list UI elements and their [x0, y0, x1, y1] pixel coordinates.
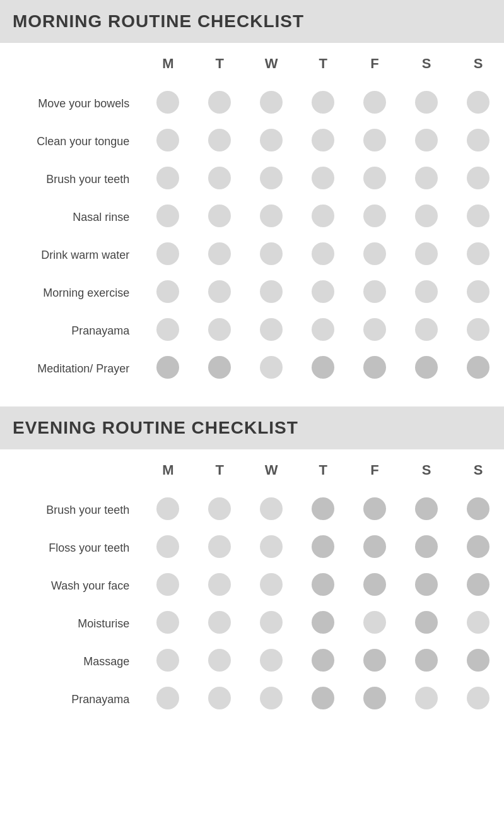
evening-cell-5-0[interactable] [142, 680, 194, 718]
circle-icon[interactable] [415, 242, 438, 265]
circle-icon[interactable] [156, 649, 179, 672]
circle-icon[interactable] [363, 318, 386, 341]
morning-cell-6-2[interactable] [245, 312, 297, 350]
circle-icon[interactable] [415, 497, 438, 520]
circle-icon[interactable] [312, 167, 334, 189]
evening-cell-3-3[interactable] [297, 605, 349, 643]
morning-cell-4-3[interactable] [297, 236, 349, 274]
circle-icon[interactable] [260, 91, 283, 114]
morning-cell-0-0[interactable] [142, 85, 194, 122]
circle-icon[interactable] [467, 687, 489, 709]
morning-cell-2-0[interactable] [142, 160, 194, 198]
circle-icon[interactable] [467, 611, 489, 634]
morning-cell-3-0[interactable] [142, 198, 194, 236]
circle-icon[interactable] [156, 497, 179, 520]
morning-cell-7-3[interactable] [297, 350, 349, 388]
circle-icon[interactable] [156, 167, 179, 189]
evening-cell-2-1[interactable] [194, 567, 245, 605]
circle-icon[interactable] [363, 356, 386, 379]
morning-cell-6-0[interactable] [142, 312, 194, 350]
evening-cell-1-2[interactable] [245, 529, 297, 567]
evening-cell-1-0[interactable] [142, 529, 194, 567]
evening-cell-0-5[interactable] [401, 491, 452, 529]
circle-icon[interactable] [312, 91, 334, 114]
evening-cell-3-2[interactable] [245, 605, 297, 643]
circle-icon[interactable] [260, 649, 283, 672]
morning-cell-3-2[interactable] [245, 198, 297, 236]
circle-icon[interactable] [363, 91, 386, 114]
evening-cell-5-4[interactable] [349, 680, 401, 718]
morning-cell-6-5[interactable] [401, 312, 452, 350]
circle-icon[interactable] [415, 167, 438, 189]
morning-cell-5-4[interactable] [349, 274, 401, 312]
morning-cell-0-3[interactable] [297, 85, 349, 122]
evening-cell-0-1[interactable] [194, 491, 245, 529]
circle-icon[interactable] [208, 280, 231, 303]
circle-icon[interactable] [312, 242, 334, 265]
evening-cell-2-5[interactable] [401, 567, 452, 605]
morning-cell-5-2[interactable] [245, 274, 297, 312]
morning-cell-7-0[interactable] [142, 350, 194, 388]
morning-cell-1-6[interactable] [452, 122, 504, 160]
circle-icon[interactable] [260, 611, 283, 634]
circle-icon[interactable] [156, 573, 179, 596]
circle-icon[interactable] [312, 129, 334, 151]
circle-icon[interactable] [208, 497, 231, 520]
circle-icon[interactable] [156, 280, 179, 303]
morning-cell-7-1[interactable] [194, 350, 245, 388]
circle-icon[interactable] [363, 535, 386, 558]
circle-icon[interactable] [260, 167, 283, 189]
evening-cell-5-1[interactable] [194, 680, 245, 718]
morning-cell-2-2[interactable] [245, 160, 297, 198]
circle-icon[interactable] [208, 91, 231, 114]
circle-icon[interactable] [363, 649, 386, 672]
circle-icon[interactable] [208, 535, 231, 558]
evening-cell-4-2[interactable] [245, 643, 297, 680]
circle-icon[interactable] [312, 356, 334, 379]
evening-cell-3-6[interactable] [452, 605, 504, 643]
circle-icon[interactable] [467, 129, 489, 151]
circle-icon[interactable] [415, 573, 438, 596]
morning-cell-4-2[interactable] [245, 236, 297, 274]
evening-cell-0-0[interactable] [142, 491, 194, 529]
circle-icon[interactable] [467, 356, 489, 379]
morning-cell-2-4[interactable] [349, 160, 401, 198]
morning-cell-3-4[interactable] [349, 198, 401, 236]
circle-icon[interactable] [260, 280, 283, 303]
circle-icon[interactable] [260, 497, 283, 520]
evening-cell-4-5[interactable] [401, 643, 452, 680]
evening-cell-5-6[interactable] [452, 680, 504, 718]
morning-cell-7-2[interactable] [245, 350, 297, 388]
morning-cell-2-5[interactable] [401, 160, 452, 198]
evening-cell-4-0[interactable] [142, 643, 194, 680]
morning-cell-3-3[interactable] [297, 198, 349, 236]
circle-icon[interactable] [415, 649, 438, 672]
evening-cell-0-4[interactable] [349, 491, 401, 529]
circle-icon[interactable] [363, 687, 386, 709]
circle-icon[interactable] [363, 573, 386, 596]
evening-cell-3-5[interactable] [401, 605, 452, 643]
evening-cell-1-1[interactable] [194, 529, 245, 567]
evening-cell-2-3[interactable] [297, 567, 349, 605]
evening-cell-2-4[interactable] [349, 567, 401, 605]
morning-cell-0-5[interactable] [401, 85, 452, 122]
evening-cell-0-3[interactable] [297, 491, 349, 529]
morning-cell-7-6[interactable] [452, 350, 504, 388]
circle-icon[interactable] [467, 280, 489, 303]
morning-cell-1-4[interactable] [349, 122, 401, 160]
evening-cell-0-6[interactable] [452, 491, 504, 529]
morning-cell-4-4[interactable] [349, 236, 401, 274]
circle-icon[interactable] [363, 497, 386, 520]
circle-icon[interactable] [260, 204, 283, 227]
circle-icon[interactable] [415, 611, 438, 634]
circle-icon[interactable] [415, 204, 438, 227]
circle-icon[interactable] [260, 129, 283, 151]
circle-icon[interactable] [156, 687, 179, 709]
circle-icon[interactable] [208, 129, 231, 151]
circle-icon[interactable] [415, 129, 438, 151]
circle-icon[interactable] [363, 280, 386, 303]
morning-cell-5-1[interactable] [194, 274, 245, 312]
morning-cell-6-3[interactable] [297, 312, 349, 350]
circle-icon[interactable] [156, 356, 179, 379]
evening-cell-5-2[interactable] [245, 680, 297, 718]
